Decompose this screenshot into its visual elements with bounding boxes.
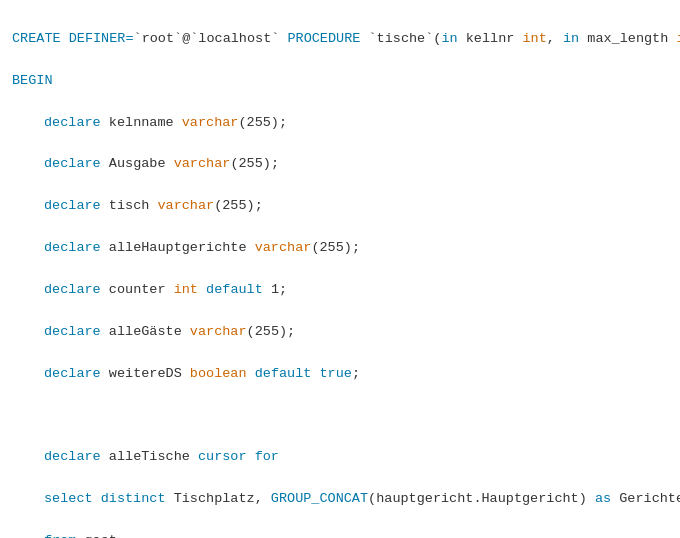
code-line-9: declare weitereDS boolean default true; (12, 364, 668, 385)
code-line-3: declare kelnname varchar(255); (12, 113, 668, 134)
code-line-4: declare Ausgabe varchar(255); (12, 154, 668, 175)
code-line-1: CREATE DEFINER=`root`@`localhost` PROCED… (12, 29, 668, 50)
code-editor: CREATE DEFINER=`root`@`localhost` PROCED… (12, 8, 668, 538)
code-line-11: declare alleTische cursor for (12, 447, 668, 468)
code-line-8: declare alleGäste varchar(255); (12, 322, 668, 343)
code-line-12: select distinct Tischplatz, GROUP_CONCAT… (12, 489, 668, 510)
code-line-2: BEGIN (12, 71, 668, 92)
code-line-7: declare counter int default 1; (12, 280, 668, 301)
code-line-10 (12, 406, 668, 427)
code-line-6: declare alleHauptgerichte varchar(255); (12, 238, 668, 259)
code-line-5: declare tisch varchar(255); (12, 196, 668, 217)
code-line-13: from gast (12, 531, 668, 538)
